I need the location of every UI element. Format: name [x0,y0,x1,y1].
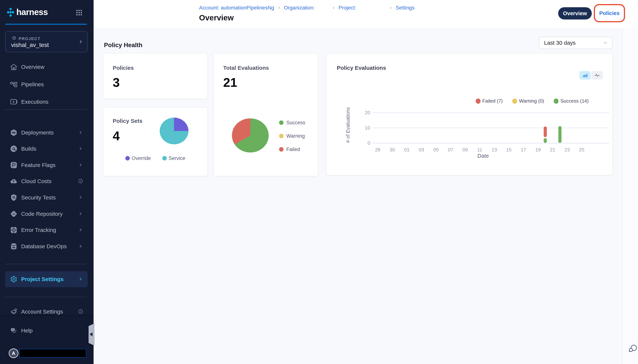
chevron-right-icon [78,162,84,168]
legend-dot-warning[interactable] [279,134,283,138]
breadcrumb-redacted-value [318,5,329,10]
page-title: Overview [199,13,234,22]
pipelines-icon [10,80,18,88]
x-tick-25: 25 [575,147,588,153]
breadcrumb-item-organization[interactable]: Organization: [284,5,315,11]
chevron-right-icon [78,211,84,217]
policy-evaluations-title: Policy Evaluations [337,65,386,71]
deployments-icon [10,128,18,137]
chevron-right-icon [78,39,84,44]
tab-policy-sets[interactable]: Policy Sets [632,7,638,20]
chat-launcher-icon[interactable] [628,344,637,353]
breadcrumb-separator-icon [389,6,393,10]
chart-legend-item-warning-0-[interactable]: Warning (0) [512,98,544,104]
date-range-dropdown[interactable]: Last 30 days [539,37,612,49]
chart-legend: Failed (7)Warning (0)Success (14) [476,98,589,104]
sidebar-item-code-repository[interactable]: </>Code Repository [5,206,88,222]
sidebar-item-cloud-costs[interactable]: $Cloud Costs [5,173,88,190]
svg-text:?: ? [12,328,14,331]
total-evaluations-count: 21 [223,75,237,90]
x-axis-label: Date [465,153,502,159]
breadcrumb-separator-icon [277,6,281,10]
breadcrumb-item-settings[interactable]: Settings [396,5,414,11]
sidebar-item-overview[interactable]: Overview [5,59,88,75]
harness-logo-text: harness [16,7,48,17]
legend-label-success[interactable]: Success [286,120,305,126]
sidebar-item-label: Security Tests [21,194,56,201]
sidebar-divider [5,110,87,110]
legend-dot-warning-0- [512,98,517,104]
gridline-y20 [373,112,609,113]
policies-card: Policies 3 [103,54,207,99]
breadcrumb: Account: automationPipelinesNgOrganizati… [199,4,414,12]
breadcrumb-item-project[interactable]: Project: [339,5,356,11]
project-selector-label: PROJECT [19,36,41,41]
policy-sets-pie [160,118,188,144]
legend-label-warning[interactable]: Warning [286,133,305,139]
x-tick-05: 05 [430,147,443,153]
x-tick-11: 11 [473,147,486,153]
sidebar-item-builds[interactable]: Builds [5,141,88,157]
legend-label-override[interactable]: Override [132,156,151,161]
sidebar-item-help[interactable]: ? Help [5,322,88,339]
x-tick-01: 01 [400,147,413,153]
chevron-right-icon [78,227,84,233]
chart-legend-item-success-14-[interactable]: Success (14) [554,98,589,104]
avatar-letter: A [12,350,16,356]
help-chat-icon: ? [10,326,18,335]
chart-legend-item-failed-7-[interactable]: Failed (7) [476,98,503,104]
annotation-highlight-ring [594,4,625,22]
bar-success-day22 [558,126,561,143]
account-settings-icon [10,308,18,316]
code-repository-icon: </> [10,210,18,218]
bar-chart-icon[interactable] [579,71,591,80]
legend-label-service[interactable]: Service [169,156,185,161]
sidebar-item-database-devops[interactable]: Database DevOps [5,238,88,254]
sidebar-item-project-settings[interactable]: Project Settings [5,271,88,287]
tab-overview[interactable]: Overview [558,7,592,20]
policy-evaluations-card: Policy Evaluations Failed (7)Warning (0)… [327,54,612,175]
legend-label-failed-7-: Failed (7) [482,98,503,104]
sidebar-item-pipelines[interactable]: Pipelines [5,76,88,92]
legend-dot-service[interactable] [162,156,167,160]
x-tick-19: 19 [532,147,545,153]
sidebar-item-executions[interactable]: Executions [5,94,88,110]
avatar[interactable]: A [9,348,18,358]
bar-success-day20 [544,138,547,143]
chevron-right-icon [78,276,84,282]
x-tick-13: 13 [488,147,501,153]
legend-dot-success[interactable] [279,120,283,125]
module-grid-icon[interactable] [75,9,83,16]
sidebar-item-label: Feature Flags [21,162,56,168]
sidebar-accent-rule [5,24,87,25]
sidebar-item-error-tracking[interactable]: Error Tracking [5,222,88,238]
policy-sets-title: Policy Sets [113,118,142,124]
chevron-right-icon [78,244,84,249]
security-tests-icon [10,194,18,202]
project-selector-name: vishal_av_test [11,42,49,48]
gear-icon [10,275,18,283]
x-tick-28: 28 [371,147,384,153]
policies-card-title: Policies [113,65,134,71]
sidebar-item-label: Code Repository [21,211,63,217]
sidebar-item-label: Database DevOps [21,243,67,250]
legend-dot-success-14- [554,98,558,104]
x-tick-30: 30 [386,147,399,153]
sidebar-item-security-tests[interactable]: Security Tests [5,190,88,206]
sidebar-item-feature-flags[interactable]: Feature Flags [5,157,88,173]
legend-dot-override[interactable] [125,156,130,160]
project-selector[interactable]: PROJECT vishal_av_test [5,31,88,52]
chevron-right-icon [78,130,84,136]
sidebar-item-deployments[interactable]: Deployments [5,124,88,141]
policy-sets-count: 4 [113,128,120,143]
x-tick-03: 03 [415,147,428,153]
total-evaluations-card: Total Evaluations 21 SuccessWarningFaile… [214,54,318,176]
x-tick-21: 21 [546,147,559,153]
error-tracking-icon [10,226,18,234]
legend-dot-failed[interactable] [279,147,283,152]
line-chart-icon[interactable] [591,71,603,80]
home-icon [10,63,18,71]
sidebar-item-label: Deployments [21,130,54,136]
breadcrumb-item-account-automationpipelinesng[interactable]: Account: automationPipelinesNg [199,5,274,11]
legend-label-failed[interactable]: Failed [286,146,300,152]
